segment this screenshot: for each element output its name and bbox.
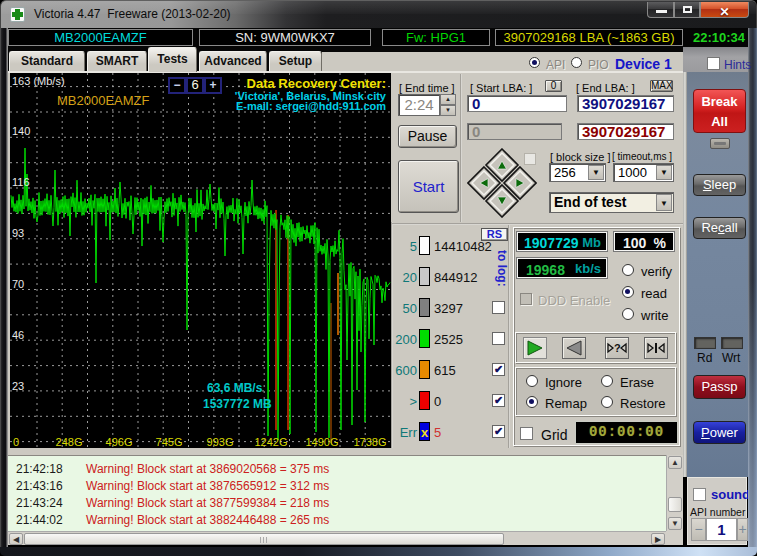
svg-text:MB2000EAMZF: MB2000EAMZF (57, 93, 150, 108)
svg-text:1490G: 1490G (305, 436, 338, 448)
svg-text:0: 0 (13, 436, 19, 448)
svg-text:46: 46 (12, 329, 24, 341)
svg-text:70: 70 (12, 278, 24, 290)
svg-text:1242G: 1242G (254, 436, 287, 448)
svg-text:Data Recovery Center:: Data Recovery Center: (247, 76, 386, 91)
svg-text:116: 116 (12, 176, 30, 188)
svg-text:23: 23 (12, 380, 24, 392)
svg-text:140: 140 (12, 125, 30, 137)
svg-text:93: 93 (12, 227, 24, 239)
svg-text:1738G: 1738G (353, 436, 386, 448)
svg-text:?: ? (614, 342, 621, 354)
svg-text:745G: 745G (156, 436, 183, 448)
svg-text:993G: 993G (207, 436, 234, 448)
svg-text:248G: 248G (56, 436, 83, 448)
svg-text:1537772 MB: 1537772 MB (203, 397, 272, 411)
svg-text:496G: 496G (106, 436, 133, 448)
svg-text:63,6 MB/s: 63,6 MB/s (207, 381, 263, 395)
svg-text:163 (Mb/s): 163 (Mb/s) (12, 75, 65, 87)
svg-text:E-mail: sergei@hdd-911.com: E-mail: sergei@hdd-911.com (236, 100, 386, 112)
